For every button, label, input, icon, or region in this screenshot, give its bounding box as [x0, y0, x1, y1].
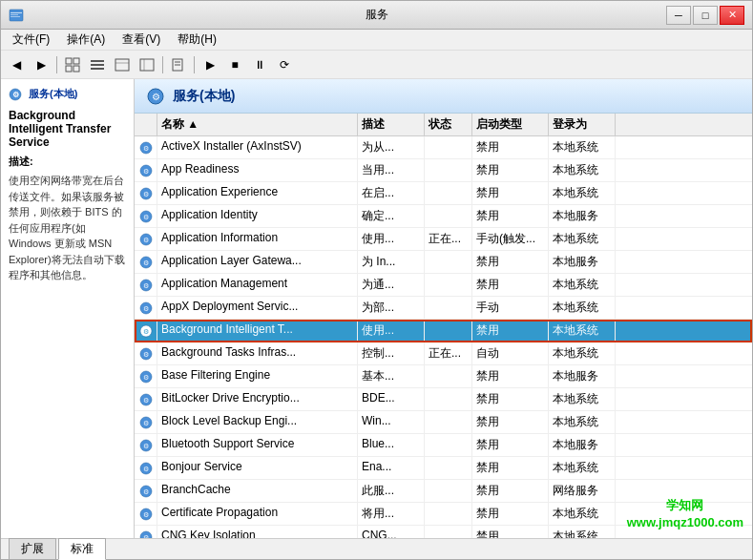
service-startup-cell: 禁用: [472, 526, 549, 538]
table-row[interactable]: ⚙Block Level Backup Engi...Win...禁用本地系统: [135, 411, 752, 434]
menu-action[interactable]: 操作(A): [59, 30, 113, 50]
main-content: ⚙ 服务(本地) Background Intelligent Transfer…: [1, 79, 752, 538]
service-icon-cell: ⚙: [135, 251, 157, 273]
service-icon-cell: ⚙: [135, 388, 157, 410]
service-name-cell: BranchCache: [157, 480, 358, 502]
tab-standard[interactable]: 标准: [58, 538, 106, 560]
service-status-cell: [425, 526, 472, 538]
svg-rect-2: [10, 14, 18, 15]
panel-header: ⚙ 服务(本地): [135, 79, 752, 114]
svg-rect-11: [115, 59, 129, 71]
service-desc-cell: BDE...: [358, 388, 425, 410]
menu-file[interactable]: 文件(F): [5, 30, 57, 50]
service-desc-cell: 将用...: [358, 503, 425, 525]
col-desc-header[interactable]: 描述: [358, 114, 425, 135]
service-name-cell: Background Tasks Infras...: [157, 342, 358, 364]
toolbar-separator-2: [162, 56, 163, 73]
table-row[interactable]: ⚙Background Tasks Infras...控制...正在...自动本…: [135, 342, 752, 365]
svg-text:⚙: ⚙: [143, 511, 149, 518]
service-status-cell: 正在...: [425, 342, 472, 364]
window-controls: ─ □ ✕: [666, 6, 744, 25]
table-row[interactable]: ⚙Bonjour ServiceEna...禁用本地系统: [135, 457, 752, 480]
table-row[interactable]: ⚙BitLocker Drive Encryptio...BDE...禁用本地系…: [135, 388, 752, 411]
service-login-cell: 本地系统: [549, 182, 616, 204]
table-row[interactable]: ⚙CNG Key IsolationCNG...禁用本地系统: [135, 526, 752, 538]
service-name-cell: Base Filtering Engine: [157, 365, 358, 387]
service-name-cell: Application Layer Gatewa...: [157, 251, 358, 273]
service-name-cell: Bonjour Service: [157, 457, 358, 479]
service-status-cell: [425, 320, 472, 342]
service-desc-cell: 在启...: [358, 182, 425, 204]
service-startup-cell: 禁用: [472, 480, 549, 502]
view-btn-4[interactable]: [136, 54, 158, 75]
service-startup-cell: 禁用: [472, 411, 549, 433]
table-row[interactable]: ⚙Bluetooth Support ServiceBlue...禁用本地服务: [135, 434, 752, 457]
forward-button[interactable]: ▶: [30, 54, 52, 75]
service-startup-cell: 禁用: [472, 159, 549, 181]
svg-text:⚙: ⚙: [143, 397, 149, 404]
table-row[interactable]: ⚙Application Identity确定...禁用本地服务: [135, 205, 752, 228]
toolbar-export-btn[interactable]: [167, 54, 190, 75]
service-startup-cell: 禁用: [472, 182, 549, 204]
start-service-button[interactable]: ▶: [199, 54, 221, 75]
table-row[interactable]: ⚙Application Management为通...禁用本地系统: [135, 274, 752, 297]
svg-rect-7: [73, 66, 79, 72]
table-row[interactable]: ⚙ActiveX Installer (AxInstSV)为从...禁用本地系统: [135, 136, 752, 159]
close-button[interactable]: ✕: [720, 6, 744, 25]
service-name-cell: CNG Key Isolation: [157, 526, 358, 538]
service-status-cell: [425, 297, 472, 319]
bottom-tabs: 扩展 标准: [1, 538, 752, 559]
service-desc-cell: 基本...: [358, 365, 425, 387]
table-row[interactable]: ⚙BranchCache此服...禁用网络服务: [135, 480, 752, 503]
table-row[interactable]: ⚙App Readiness当用...禁用本地系统: [135, 159, 752, 182]
service-login-cell: 本地系统: [549, 411, 616, 433]
service-startup-cell: 禁用: [472, 274, 549, 296]
col-name-header[interactable]: 名称 ▲: [157, 114, 358, 135]
service-desc-cell: 为 In...: [358, 251, 425, 273]
view-btn-1[interactable]: [61, 54, 84, 75]
view-btn-3[interactable]: [111, 54, 134, 75]
services-list: ⚙ActiveX Installer (AxInstSV)为从...禁用本地系统…: [135, 136, 752, 538]
menu-view[interactable]: 查看(V): [115, 30, 168, 50]
menu-help[interactable]: 帮助(H): [170, 30, 224, 50]
tab-expand[interactable]: 扩展: [9, 538, 56, 559]
service-desc-cell: Blue...: [358, 434, 425, 456]
service-icon-cell: ⚙: [135, 182, 157, 204]
table-row[interactable]: ⚙AppX Deployment Servic...为部...手动本地系统: [135, 297, 752, 320]
table-row[interactable]: ⚙Base Filtering Engine基本...禁用本地服务: [135, 365, 752, 388]
svg-text:⚙: ⚙: [143, 237, 149, 243]
sidebar-service-name: Background Intelligent Transfer Service: [9, 109, 126, 149]
minimize-button[interactable]: ─: [666, 6, 691, 25]
service-startup-cell: 手动: [472, 297, 549, 319]
back-button[interactable]: ◀: [5, 54, 28, 75]
maximize-button[interactable]: □: [693, 6, 718, 25]
col-icon-header[interactable]: [135, 114, 157, 135]
sidebar-desc-label: 描述:: [9, 155, 126, 169]
service-status-cell: [425, 480, 472, 502]
col-login-header[interactable]: 登录为: [549, 114, 616, 135]
table-row[interactable]: ⚙Application Experience在启...禁用本地系统: [135, 182, 752, 205]
svg-text:⚙: ⚙: [143, 168, 149, 175]
view-btn-2[interactable]: [86, 54, 109, 75]
service-icon-cell: ⚙: [135, 503, 157, 525]
svg-text:⚙: ⚙: [143, 420, 149, 426]
table-row[interactable]: ⚙Certificate Propagation将用...禁用本地系统: [135, 503, 752, 526]
col-startup-header[interactable]: 启动类型: [472, 114, 549, 135]
service-login-cell: 本地系统: [549, 228, 616, 250]
table-row[interactable]: ⚙Background Intelligent T...使用...禁用本地系统: [135, 320, 752, 342]
service-login-cell: 本地系统: [549, 503, 616, 525]
service-startup-cell: 禁用: [472, 251, 549, 273]
table-row[interactable]: ⚙Application Information使用...正在...手动(触发.…: [135, 228, 752, 251]
service-icon-cell: ⚙: [135, 274, 157, 296]
service-status-cell: [425, 182, 472, 204]
right-panel: ⚙ 服务(本地) 名称 ▲ 描述 状态 启动类型 登录为 ⚙ActiveX In…: [135, 79, 752, 538]
toolbar-separator-3: [194, 56, 195, 73]
svg-text:⚙: ⚙: [143, 488, 149, 495]
restart-service-button[interactable]: ⟳: [273, 54, 296, 75]
pause-service-button[interactable]: ⏸: [248, 54, 271, 75]
stop-service-button[interactable]: ■: [223, 54, 246, 75]
col-status-header[interactable]: 状态: [425, 114, 472, 135]
table-row[interactable]: ⚙Application Layer Gatewa...为 In...禁用本地服…: [135, 251, 752, 274]
service-desc-cell: 此服...: [358, 480, 425, 502]
service-login-cell: 本地服务: [549, 365, 616, 387]
